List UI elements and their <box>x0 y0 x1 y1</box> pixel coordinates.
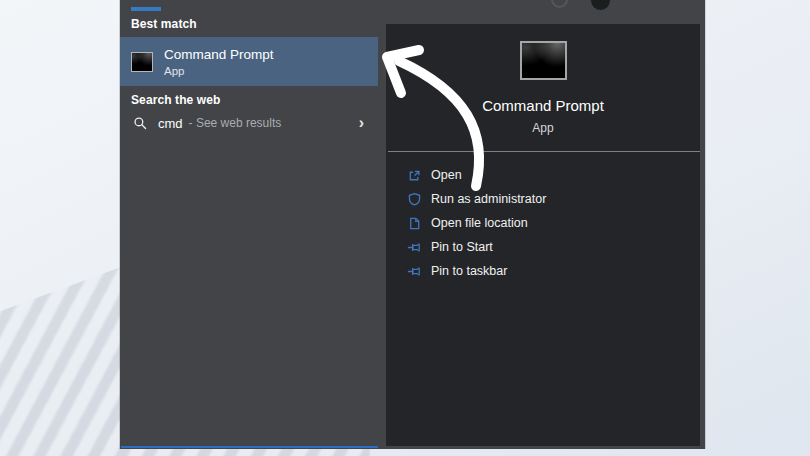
action-run-as-administrator[interactable]: Run as administrator <box>386 187 700 211</box>
action-label: Pin to taskbar <box>431 264 507 278</box>
best-match-texts: Command Prompt App <box>164 46 274 78</box>
admin-shield-icon <box>407 192 422 207</box>
best-match-result-command-prompt[interactable]: Command Prompt App <box>120 37 378 86</box>
action-label: Run as administrator <box>431 192 546 206</box>
action-label: Open file location <box>431 216 528 230</box>
active-tab-indicator <box>131 7 161 11</box>
pin-icon <box>407 240 422 255</box>
chevron-right-icon[interactable]: › <box>359 113 364 133</box>
windows-search-flyout: Best match Command Prompt App Search the… <box>120 0 705 449</box>
best-match-header: Best match <box>131 17 197 31</box>
search-the-web-header: Search the web <box>131 93 220 107</box>
preview-title: Command Prompt <box>386 97 700 114</box>
action-menu: Open Run as administrator <box>386 163 700 283</box>
web-search-result-row[interactable]: cmd - See web results › <box>120 108 378 138</box>
command-prompt-icon <box>520 41 567 80</box>
action-pin-to-taskbar[interactable]: Pin to taskbar <box>386 259 700 283</box>
open-icon <box>407 168 422 183</box>
action-label: Open <box>431 168 462 182</box>
action-label: Pin to Start <box>431 240 493 254</box>
web-result-hint: - See web results <box>189 116 282 130</box>
preview-subtitle: App <box>386 121 700 135</box>
result-subtitle: App <box>164 64 274 78</box>
search-box-focus-border <box>121 446 378 448</box>
top-bar-circle-icon <box>551 0 568 8</box>
action-open[interactable]: Open <box>386 163 700 187</box>
desktop-background: Best match Command Prompt App Search the… <box>0 0 810 456</box>
action-pin-to-start[interactable]: Pin to Start <box>386 235 700 259</box>
magnifier-icon <box>133 116 148 131</box>
action-open-file-location[interactable]: Open file location <box>386 211 700 235</box>
result-preview-pane: Command Prompt App Open <box>386 24 700 446</box>
result-title: Command Prompt <box>164 46 274 63</box>
pin-icon <box>407 264 422 279</box>
command-prompt-icon <box>131 52 153 72</box>
file-location-icon <box>407 216 422 231</box>
preview-divider <box>388 151 700 152</box>
web-query-text: cmd <box>158 116 183 131</box>
user-avatar[interactable] <box>590 0 611 11</box>
